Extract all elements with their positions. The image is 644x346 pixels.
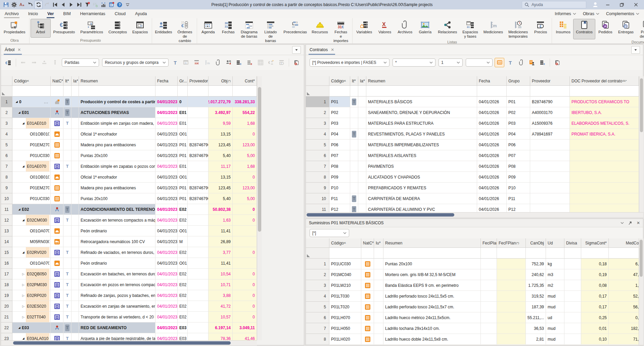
arbol-row-E01[interactable]: 2◢E01TACTUACIONES PREVIAS04/01/2023E013.… — [1, 107, 257, 118]
contratos-row-P02[interactable]: 2P02SANEAMIENTO, DRENAJE Y DEPURACIÓN04/… — [306, 107, 639, 118]
filter-cell-grupo[interactable] — [507, 86, 530, 97]
suministros-row-P01LT020[interactable]: 5P01LT020Ladrillo perforado tosco 24x11,… — [306, 302, 643, 312]
tree-toggle-icon[interactable]: ▷ — [21, 283, 25, 286]
menu-tab-herramientas[interactable]: Herramientas — [76, 9, 110, 18]
column-header-iu[interactable]: Iu* — [374, 238, 383, 248]
text-icon[interactable]: T — [505, 58, 515, 67]
arbol-row-P01EM270[interactable]: 9P01EM270Madera pino para entibaciones04… — [1, 183, 257, 193]
filter-cell-divisa[interactable] — [564, 248, 581, 259]
column-header-it[interactable]: It* — [63, 76, 72, 86]
minimize-button[interactable] — [604, 1, 611, 8]
contratos-row-P10[interactable]: 9P10PREFABRICADOS Y REMATES04/01/2026P10 — [306, 183, 639, 193]
phases-icon[interactable]: 31 — [181, 58, 191, 67]
arbol-row-P01EM270[interactable]: 5P01EM270Madera pino para entibaciones04… — [1, 140, 257, 150]
menu-complementos[interactable]: Complementos — [606, 11, 639, 16]
arbol-vertical-scrollbar[interactable] — [257, 76, 262, 340]
filter-cell-resumen[interactable] — [383, 248, 481, 259]
text-icon[interactable]: T — [171, 58, 180, 67]
filter-cell-ud[interactable] — [546, 248, 564, 259]
prices-icon[interactable]: € — [277, 58, 287, 67]
arbol-row-E02TT040[interactable]: 21▷E02TT040TTransporte de tierras al ver… — [1, 312, 257, 322]
filter-cell-sigmacont[interactable] — [581, 248, 609, 259]
ribbon-button-mediciones-temporales[interactable]: mMediciones temporales — [506, 19, 531, 39]
ribbon-button-espacios[interactable]: Espacios — [130, 19, 151, 38]
dates-amounts-icon[interactable]: 31€ — [192, 58, 201, 67]
ribbon-button-fechas-e-importes[interactable]: 31€Fechas e importes — [330, 19, 351, 44]
column-header-natc[interactable]: NatC* — [51, 76, 63, 86]
tree-toggle-icon[interactable]: ◢ — [15, 100, 18, 103]
insert-above-icon[interactable] — [40, 58, 49, 67]
contratos-vertical-scrollbar[interactable] — [639, 76, 644, 212]
filter-icon[interactable] — [83, 1, 91, 9]
column-header-gr[interactable]: Gr... — [178, 76, 188, 86]
filter-cell-codigo[interactable] — [329, 86, 350, 97]
column-header-cont[interactable]: Cont* — [233, 76, 257, 86]
tree-toggle-icon[interactable]: ◢ — [17, 326, 21, 329]
list-x2-icon[interactable]: x — [245, 58, 255, 67]
column-header-fecha[interactable]: Fecha — [155, 76, 178, 86]
column-header-codigo[interactable]: CódigoK — [329, 76, 350, 86]
filter-cell-proveedor[interactable] — [188, 86, 209, 97]
contratos-row-P03[interactable]: 3P03MATERIALES PARA ESTRUCTURA04/01/2026… — [306, 118, 639, 129]
column-header-sigmacont[interactable]: SigmaCont* — [581, 238, 609, 248]
save-icon[interactable] — [2, 1, 10, 9]
calendar-calc-icon[interactable] — [107, 1, 115, 9]
delete-document-icon[interactable] — [291, 58, 301, 67]
arbol-horizontal-scrollbar[interactable] — [1, 340, 257, 345]
filter-cell-codigo[interactable] — [329, 248, 361, 259]
column-header-ia[interactable]: Ia* — [358, 76, 366, 86]
close-pane-icon[interactable]: ✕ — [637, 221, 640, 225]
arbol-row-O01OB010[interactable]: 8O01OB010Oficial 1ª encofrador04/01/2023… — [1, 172, 257, 183]
arbol-row-M05RN030[interactable]: 14M05RN030Retrocargadora neumáticos 100 … — [1, 236, 257, 247]
column-header-ud[interactable]: Ud — [546, 238, 564, 248]
column-header-codigo[interactable]: CódigoK — [12, 76, 51, 86]
columns-layout-select[interactable]: Recursos y grupos de compra — [102, 59, 169, 67]
pane-menu-button[interactable] — [631, 46, 640, 54]
ribbon-button-galeria[interactable]: Galería — [415, 19, 435, 39]
filter-cell-fecha[interactable] — [477, 86, 507, 97]
column-header-proveedor[interactable]: Proveedor — [530, 76, 570, 86]
arbol-row-E01AE070[interactable]: 7◢E01AE070TEntibación simple en zapatas … — [1, 161, 257, 172]
contratos-row-P09[interactable]: 8P09ALICATADOS Y CHAPADOS04/01/2026P09 — [306, 172, 639, 183]
contratos-row-P06[interactable]: 5P06MATERIALES IMPERMEABILIZANTES04/01/2… — [306, 140, 639, 150]
attachments-icon[interactable] — [516, 58, 526, 67]
font-size-icon[interactable]: Aa — [18, 1, 26, 9]
ribbon-button-relaciones[interactable]: Relaciones — [435, 19, 460, 39]
contratos-row-P04[interactable]: 4P04TREVESTIMIENTOS, PLACAS Y PANELES04/… — [306, 129, 639, 140]
ribbon-button-insumos[interactable]: Insumos — [553, 19, 573, 39]
column-header-obj[interactable]: Obj(*) — [209, 76, 233, 86]
ribbon-button-entidades[interactable]: Entidades — [153, 19, 174, 44]
first-record-icon[interactable] — [51, 1, 59, 9]
grid-icon[interactable] — [256, 58, 265, 67]
contratos-row-P08[interactable]: 7P08PAVIMENTOS04/01/2026P08 — [306, 161, 639, 172]
filter-cell-resumen[interactable] — [366, 86, 477, 97]
ribbon-button-ordenes-de-cambio[interactable]: €Órdenes de cambio — [174, 19, 196, 44]
cost-agent-icon[interactable]: € — [266, 58, 276, 67]
agents-icon[interactable] — [224, 58, 233, 67]
supplier-icon[interactable] — [527, 58, 537, 67]
attachments-icon[interactable] — [213, 58, 223, 67]
arbol-row-O01OA070[interactable]: 13O01OA070Peón ordinario04/01/2023O0111,… — [1, 226, 257, 236]
gear-icon[interactable] — [10, 1, 18, 9]
level-select[interactable]: 1 — [439, 59, 463, 67]
ribbon-button-recursos[interactable]: Recursos — [309, 19, 330, 44]
menu-informes[interactable]: Informes — [555, 11, 576, 16]
filter-cell-feciplan[interactable] — [481, 248, 497, 259]
arbol-row-O01OB010[interactable]: 4O01OB010Oficial 1ª encofrador04/01/2023… — [1, 129, 257, 140]
arbol-row-E03ALA010[interactable]: 23◢E03ALA010TArqueta a pie de bajante re… — [1, 333, 257, 340]
last-record-icon[interactable] — [75, 1, 83, 9]
arbol-row-E01AE010[interactable]: 3◢E01AE010TEntibación simple en zanjas c… — [1, 118, 257, 129]
measurements-icon[interactable]: m — [202, 58, 212, 67]
ribbon-button-diagrama-de-barras[interactable]: Diagrama de barras — [238, 19, 260, 44]
arbol-row-E02ES020[interactable]: 20▷E02ES020TExcavación en zanjas de sane… — [1, 301, 257, 312]
ribbon-button-archivos[interactable]: Archivos — [395, 19, 415, 39]
ribbon-button-variables[interactable]: Variables — [354, 19, 375, 39]
filter-cell-obj[interactable] — [209, 86, 233, 97]
insert-below-icon[interactable] — [50, 58, 60, 67]
tab-arbol[interactable]: Árbol ✕ — [1, 45, 25, 55]
redo-icon[interactable] — [43, 1, 51, 9]
menu-tab-ver[interactable]: Ver — [43, 9, 58, 18]
row-number-header[interactable] — [306, 76, 329, 86]
more-button[interactable]: ... — [44, 100, 49, 104]
help-icon[interactable]: ? — [116, 1, 123, 9]
